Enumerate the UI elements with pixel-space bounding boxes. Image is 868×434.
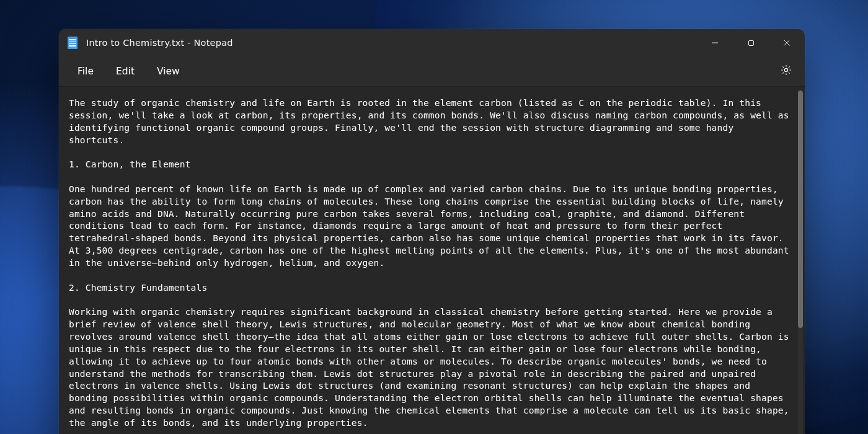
minimize-button[interactable] (697, 29, 733, 56)
vertical-scrollbar[interactable] (798, 91, 803, 434)
maximize-button[interactable] (733, 29, 769, 56)
svg-rect-1 (748, 40, 753, 45)
settings-button[interactable] (775, 59, 805, 84)
scrollbar-thumb[interactable] (798, 91, 803, 328)
window-title: Intro to Chemistry.txt - Notepad (86, 38, 233, 48)
editor-area: The study of organic chemistry and life … (59, 86, 805, 434)
menu-file[interactable]: File (66, 61, 105, 82)
titlebar[interactable]: Intro to Chemistry.txt - Notepad (59, 29, 805, 56)
notepad-icon (68, 37, 78, 49)
window-controls (697, 29, 805, 56)
notepad-window: Intro to Chemistry.txt - Notepad File Ed… (59, 29, 805, 434)
text-editor[interactable]: The study of organic chemistry and life … (59, 87, 795, 434)
svg-point-4 (784, 68, 787, 71)
menubar: File Edit View (59, 56, 805, 86)
close-button[interactable] (769, 29, 805, 56)
menu-view[interactable]: View (146, 61, 191, 82)
menu-edit[interactable]: Edit (105, 61, 146, 82)
